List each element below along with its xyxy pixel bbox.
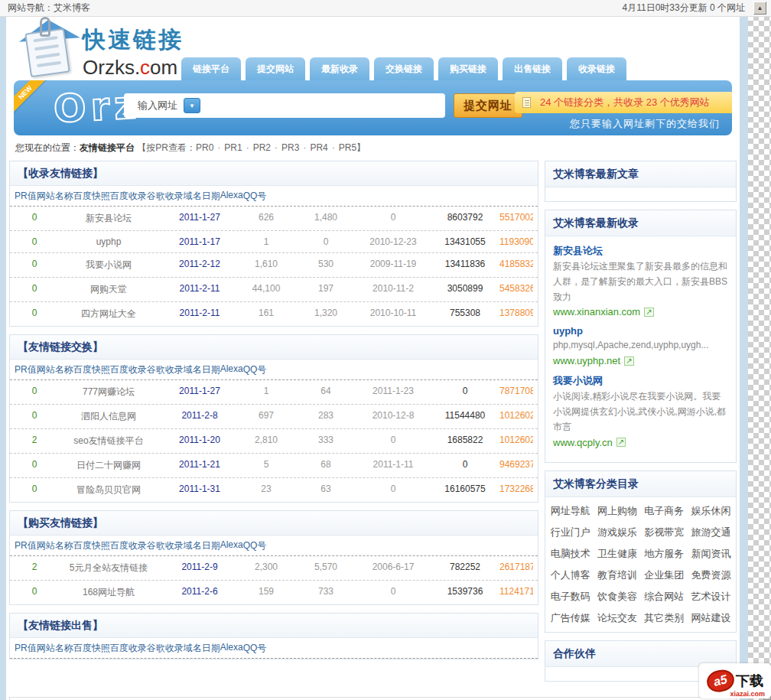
baidu-snapshot-link[interactable]: 2011-1-27 <box>163 386 236 399</box>
category-link[interactable]: 艺术设计 <box>688 586 734 607</box>
category-link[interactable]: 网上购物 <box>594 500 640 522</box>
nav-tab[interactable]: 收录链接 <box>567 57 626 80</box>
category-link[interactable]: 网址导航 <box>547 500 594 522</box>
baidu-snapshot-link[interactable]: 2011-2-6 <box>163 586 236 599</box>
category-link[interactable]: 教育培训 <box>594 565 640 586</box>
site-name-link[interactable]: 日付二十网赚网 <box>54 459 163 472</box>
qq-number-link[interactable]: 1012602867 <box>499 410 533 423</box>
pr-filter-link[interactable]: PR0 <box>196 142 213 153</box>
baidu-snapshot-link[interactable]: 2011-1-27 <box>163 212 236 225</box>
qq-number-link[interactable]: 946923732 <box>499 459 533 472</box>
baidu-snapshot-link[interactable]: 2011-2-8 <box>163 410 236 423</box>
qq-number-link[interactable]: 119309033 <box>499 236 533 247</box>
site-name-link[interactable]: 新安县论坛 <box>54 212 163 225</box>
pr-filter-link[interactable]: PR4 <box>299 142 327 153</box>
category-link[interactable]: 企业集团 <box>641 565 688 586</box>
category-link[interactable]: 行业门户 <box>547 522 594 543</box>
column-header: 域名日期 <box>184 539 220 552</box>
included-site-title-link[interactable]: uyphp <box>553 325 728 337</box>
qq-number-link[interactable]: 41858325 <box>499 259 533 272</box>
site-name-link[interactable]: 我要小说网 <box>54 259 163 272</box>
domain-date: 2009-11-19 <box>356 259 431 272</box>
qq-number-link[interactable]: 1732268 <box>499 483 533 497</box>
nav-tab[interactable]: 最新收录 <box>310 57 369 80</box>
included-site-title-link[interactable]: 新安县论坛 <box>553 244 728 258</box>
baidu-snapshot-link[interactable]: 2011-2-9 <box>163 562 236 575</box>
qq-number-link[interactable]: 261718713 <box>499 562 533 575</box>
category-link[interactable]: 娱乐休闲 <box>688 500 734 522</box>
topbar-site-link[interactable]: 网站导航：艾米博客 <box>8 2 90 15</box>
baidu-snapshot-link[interactable]: 2011-1-20 <box>163 435 236 448</box>
nav-tab[interactable]: 出售链接 <box>503 57 562 80</box>
category-link[interactable]: 免费资源 <box>688 565 734 586</box>
category-link[interactable]: 旅游交通 <box>688 522 734 543</box>
alexa-rank: 0 <box>431 459 499 472</box>
category-link[interactable]: 饮食美容 <box>594 586 640 607</box>
category-link[interactable]: 综合网站 <box>641 586 688 607</box>
baidu-snapshot-link[interactable]: 2011-1-21 <box>163 459 236 472</box>
qq-number-link[interactable]: 1012602867 <box>499 435 533 448</box>
category-link[interactable]: 卫生健康 <box>594 543 640 565</box>
site-name-link[interactable]: 网购天堂 <box>54 283 163 296</box>
scroll-up-button[interactable]: ▲ <box>753 2 766 15</box>
table-header-row: PR值网站名称百度快照百度收录谷歌收录域名日期AlexaQQ号 <box>10 186 538 207</box>
table-row: 0 日付二十网赚网 2011-1-21 5 68 2011-1-11 0 946… <box>10 454 538 478</box>
category-link[interactable]: 地方服务 <box>641 543 688 565</box>
site-name-link[interactable]: 5元月全站友情链接 <box>54 562 163 575</box>
qq-number-link[interactable]: 78717087 <box>499 386 533 399</box>
category-link[interactable]: 论坛交友 <box>594 607 640 629</box>
baidu-snapshot-link[interactable]: 2011-1-31 <box>163 483 236 497</box>
nav-tab[interactable]: 提交网站 <box>246 57 305 80</box>
included-site-url-link[interactable]: www.qcply.cn <box>553 437 613 448</box>
site-name-link[interactable]: 泗阳人信息网 <box>54 410 163 423</box>
qq-number-link[interactable]: 137880980 <box>499 308 533 321</box>
column-header: 网站名称 <box>37 190 73 203</box>
category-link[interactable]: 电脑技术 <box>547 543 594 565</box>
panel-title: 【友情链接交换】 <box>18 340 103 353</box>
included-site-url-link[interactable]: www.xinanxian.com <box>553 306 640 317</box>
qq-number-link[interactable]: 1124171733 <box>499 586 533 599</box>
site-domain: Orzks.com <box>83 56 184 80</box>
site-name-link[interactable]: 168网址导航 <box>54 586 163 599</box>
site-name-link[interactable]: seo友情链接平台 <box>54 435 163 448</box>
category-link[interactable]: 游戏娱乐 <box>594 522 640 543</box>
pr-filter-link[interactable]: PR1 <box>213 142 242 153</box>
baidu-snapshot-link[interactable]: 2011-2-12 <box>163 259 236 272</box>
category-link[interactable]: 新闻资讯 <box>688 543 734 565</box>
page: 网站导航：艾米博客 4月11日0时33分更新 0 个网址 ▲ 快速链接 Orzk… <box>0 0 771 700</box>
site-name-link[interactable]: 777网赚论坛 <box>54 386 163 399</box>
category-link[interactable]: 广告传媒 <box>547 607 594 629</box>
category-link[interactable]: 影视带宽 <box>641 522 688 543</box>
category-link[interactable]: 个人博客 <box>547 565 594 586</box>
google-index: 283 <box>296 410 356 423</box>
alexa-rank: 0 <box>431 386 499 399</box>
category-link[interactable]: 其它类别 <box>641 607 688 629</box>
site-name-link[interactable]: 冒险岛贝贝官网 <box>54 483 163 497</box>
google-index: 5,570 <box>296 562 356 575</box>
category-link[interactable]: 电子商务 <box>641 500 688 522</box>
baidu-snapshot-link[interactable]: 2011-2-11 <box>163 308 236 321</box>
site-name-link[interactable]: uyphp <box>54 236 163 247</box>
submit-url-button[interactable]: 提交网址 <box>454 93 522 118</box>
baidu-snapshot-link[interactable]: 2011-1-17 <box>163 236 236 247</box>
dropdown-button[interactable]: ▼ <box>184 98 200 113</box>
qq-number-link[interactable]: 545832646 <box>499 283 533 296</box>
category-link[interactable]: 电子数码 <box>547 586 594 607</box>
pr-filter-link[interactable]: PR3 <box>271 142 299 153</box>
nav-tab[interactable]: 交换链接 <box>374 57 434 80</box>
category-link[interactable]: 网站建设 <box>688 607 734 629</box>
qq-number-link[interactable]: 55170023 <box>499 212 533 225</box>
table-row: 2 seo友情链接平台 2011-1-20 2,810 333 0 168582… <box>10 429 538 454</box>
nav-tab[interactable]: 购买链接 <box>438 57 498 80</box>
nav-tabs: 链接平台提交网站最新收录交换链接购买链接出售链接收录链接 <box>181 57 626 80</box>
nav-tab[interactable]: 链接平台 <box>181 57 241 80</box>
pr-filter-link[interactable]: PR2 <box>242 142 271 153</box>
site-name-link[interactable]: 四方网址大全 <box>54 308 163 321</box>
included-site-title-link[interactable]: 我要小说网 <box>553 374 728 388</box>
site-logo[interactable]: 快速链接 Orzks.com <box>17 18 184 80</box>
url-input[interactable] <box>207 96 441 116</box>
included-site-description: 小说阅读,精彩小说尽在我要小说网。我要小说网提供玄幻小说,武侠小说,网游小说,都… <box>553 389 728 435</box>
pr-filter-link[interactable]: PR5 <box>328 142 356 153</box>
included-site-url-link[interactable]: www.uyphp.net <box>553 355 620 366</box>
baidu-snapshot-link[interactable]: 2011-2-11 <box>163 283 236 296</box>
